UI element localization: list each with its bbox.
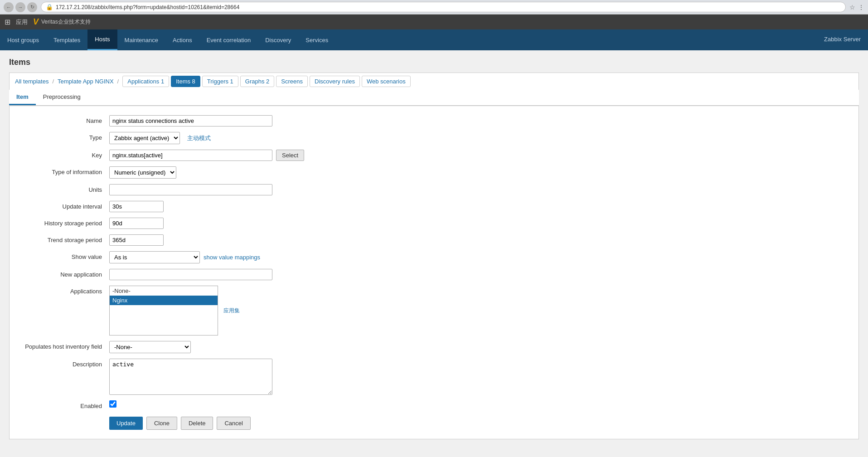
secure-icon: 🔒	[46, 4, 53, 10]
new-application-input[interactable]	[109, 269, 272, 280]
inventory-row: Populates host inventory field -None-	[19, 341, 849, 353]
sub-tabs: Item Preprocessing	[9, 90, 859, 106]
type-of-info-control-wrap: Numeric (unsigned)	[109, 166, 849, 179]
applications-control-wrap: -None- Nginx 应用集	[109, 286, 849, 335]
nav-maintenance[interactable]: Maintenance	[117, 29, 165, 50]
app-list-item-nginx[interactable]: Nginx	[110, 296, 218, 305]
inventory-label: Populates host inventory field	[19, 341, 109, 350]
inventory-select[interactable]: -None-	[109, 341, 191, 353]
tab-graphs[interactable]: Graphs 2	[240, 76, 274, 87]
action-buttons: Update Clone Delete Cancel	[109, 417, 849, 430]
trend-control-wrap	[109, 234, 849, 246]
nav-services[interactable]: Services	[298, 29, 335, 50]
type-select[interactable]: Zabbix agent (active)	[109, 132, 180, 144]
enabled-label: Enabled	[19, 400, 109, 409]
name-row: Name	[19, 115, 849, 126]
logo: V Veritas企业技术支持	[33, 17, 91, 27]
clone-button[interactable]: Clone	[146, 417, 177, 430]
app-note: 应用集	[223, 307, 240, 315]
trend-label: Trend storage period	[19, 234, 109, 243]
nav-host-groups[interactable]: Host groups	[0, 29, 46, 50]
page-content: Items All templates / Template App NGINX…	[0, 50, 868, 457]
tab-triggers[interactable]: Triggers 1	[202, 76, 238, 87]
history-label: History storage period	[19, 218, 109, 227]
update-interval-label: Update interval	[19, 201, 109, 210]
enabled-checkbox[interactable]	[109, 400, 116, 408]
name-label: Name	[19, 115, 109, 124]
main-nav: Host groups Templates Hosts Maintenance …	[0, 29, 868, 50]
nav-event-correlation[interactable]: Event correlation	[199, 29, 258, 50]
history-control-wrap	[109, 218, 849, 229]
history-input[interactable]	[109, 218, 164, 229]
refresh-button[interactable]: ↻	[27, 2, 37, 12]
description-control-wrap: active	[109, 359, 849, 395]
url-text: 172.17.21.208/zabbix/items.php?form=upda…	[56, 4, 841, 10]
breadcrumb: All templates / Template App NGINX / App…	[9, 73, 859, 90]
breadcrumb-template-name[interactable]: Template App NGINX	[58, 78, 114, 85]
new-application-row: New application	[19, 269, 849, 280]
name-input[interactable]	[109, 115, 272, 126]
tab-discovery-rules[interactable]: Discovery rules	[310, 76, 360, 87]
nav-actions[interactable]: Actions	[165, 29, 199, 50]
units-control-wrap	[109, 184, 849, 195]
tab-applications[interactable]: Applications 1	[122, 76, 169, 87]
description-textarea[interactable]: active	[109, 359, 272, 395]
select-button[interactable]: Select	[276, 150, 304, 161]
show-value-select[interactable]: As is	[109, 251, 200, 263]
description-row: Description active	[19, 359, 849, 395]
trend-input[interactable]	[109, 234, 164, 246]
key-control-wrap: Select	[109, 150, 849, 161]
app-bar: ⊞ 应用 V Veritas企业技术支持	[0, 15, 868, 29]
enabled-row: Enabled	[19, 400, 849, 409]
key-label: Key	[19, 150, 109, 159]
applications-label: Applications	[19, 286, 109, 295]
nav-templates[interactable]: Templates	[46, 29, 87, 50]
type-of-info-label: Type of information	[19, 166, 109, 175]
tab-items[interactable]: Items 8	[171, 76, 200, 87]
page-title: Items	[9, 58, 859, 67]
menu-button[interactable]: ⋮	[858, 4, 864, 11]
applications-list[interactable]: -None- Nginx	[109, 286, 218, 335]
tab-screens[interactable]: Screens	[276, 76, 308, 87]
cancel-button[interactable]: Cancel	[217, 417, 250, 430]
key-input[interactable]	[109, 150, 272, 161]
logo-text: Veritas企业技术支持	[41, 18, 91, 26]
update-button[interactable]: Update	[109, 417, 143, 430]
browser-actions: ☆ ⋮	[849, 4, 864, 11]
new-application-control-wrap	[109, 269, 849, 280]
app-list-item-none[interactable]: -None-	[110, 286, 218, 296]
name-control-wrap	[109, 115, 849, 126]
forward-button[interactable]: →	[15, 2, 25, 12]
new-application-label: New application	[19, 269, 109, 278]
tab-web-scenarios[interactable]: Web scenarios	[362, 76, 411, 87]
units-row: Units	[19, 184, 849, 195]
update-interval-row: Update interval	[19, 201, 849, 212]
bookmark-button[interactable]: ☆	[849, 4, 855, 11]
nav-hosts[interactable]: Hosts	[87, 29, 117, 50]
browser-chrome: ← → ↻ 🔒 172.17.21.208/zabbix/items.php?f…	[0, 0, 868, 15]
type-note: 主动模式	[187, 134, 211, 142]
type-of-info-row: Type of information Numeric (unsigned)	[19, 166, 849, 179]
app-label: 应用	[16, 18, 28, 26]
delete-button[interactable]: Delete	[181, 417, 213, 430]
enabled-control-wrap	[109, 400, 849, 408]
show-value-mappings-link[interactable]: show value mappings	[204, 254, 260, 261]
show-value-row: Show value As is show value mappings	[19, 251, 849, 263]
inventory-control-wrap: -None-	[109, 341, 849, 353]
form-area: Name Type Zabbix agent (active) 主动模式 Key…	[9, 106, 859, 439]
back-button[interactable]: ←	[4, 2, 14, 12]
history-row: History storage period	[19, 218, 849, 229]
units-input[interactable]	[109, 184, 272, 195]
type-of-info-select[interactable]: Numeric (unsigned)	[109, 166, 176, 179]
nav-discovery[interactable]: Discovery	[258, 29, 298, 50]
type-control-wrap: Zabbix agent (active) 主动模式	[109, 132, 849, 144]
show-value-control-wrap: As is show value mappings	[109, 251, 849, 263]
sub-tab-item[interactable]: Item	[9, 90, 36, 105]
apps-icon[interactable]: ⊞	[5, 18, 10, 26]
type-row: Type Zabbix agent (active) 主动模式	[19, 132, 849, 144]
update-interval-input[interactable]	[109, 201, 164, 212]
breadcrumb-all-templates[interactable]: All templates	[15, 78, 48, 85]
logo-v-icon: V	[33, 17, 39, 27]
sub-tab-preprocessing[interactable]: Preprocessing	[36, 90, 88, 105]
nav-right-label: Zabbix Server	[817, 29, 868, 50]
